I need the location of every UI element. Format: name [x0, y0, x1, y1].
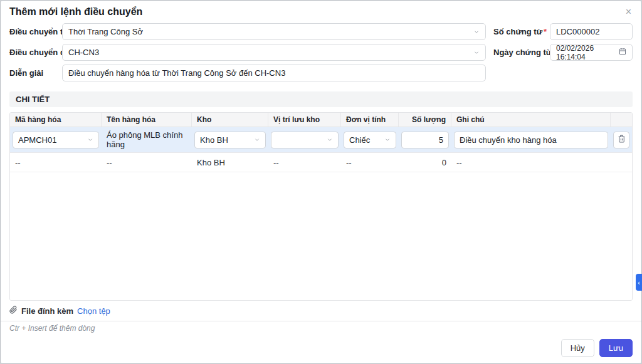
chevron-left-icon: ‹ [638, 279, 640, 286]
form-row-2: Điều chuyển đến* CH-CN3 Ngày chứng từ* 0… [9, 44, 633, 61]
keyboard-hint: Ctr + Insert để thêm dòng [1, 321, 641, 334]
unit-select[interactable]: Chiếc [344, 132, 396, 148]
quantity-field[interactable] [407, 132, 443, 148]
description-field[interactable] [68, 65, 480, 81]
chevron-down-icon [87, 137, 93, 143]
location-select[interactable] [271, 132, 339, 148]
paperclip-icon [9, 305, 18, 316]
cell-unit: Chiếc [341, 132, 399, 148]
required-mark: * [544, 27, 547, 36]
item-name-text: Áo phông MLB chính hãng [104, 130, 189, 149]
cell-actions [611, 132, 632, 148]
cell-location: -- [268, 158, 341, 167]
description-field-wrap [62, 65, 486, 81]
note-field-wrap [454, 132, 608, 148]
note-field[interactable] [460, 132, 603, 148]
trash-icon [618, 134, 626, 145]
table-row-editing: APMCH01 Áo phông MLB chính hãng Kho BH [10, 127, 632, 153]
transfer-to-label: Điều chuyển đến* [9, 48, 62, 57]
form-row-1: Điều chuyển từ* Thời Trang Công Sở Số ch… [9, 23, 633, 40]
description-label: Diễn giải [9, 68, 62, 78]
attachments-row: File đính kèm Chọn tệp [1, 301, 641, 321]
warehouse-value: Kho BH [200, 135, 228, 145]
cell-note: -- [451, 158, 611, 167]
cell-warehouse: Kho BH [192, 132, 268, 148]
col-header-name: Tên hàng hóa [102, 113, 192, 127]
col-header-location: Vị trí lưu kho [268, 113, 341, 127]
chevron-down-icon [473, 49, 480, 56]
doc-number-label: Số chứng từ* [493, 27, 550, 36]
attachments-label: File đính kèm [21, 306, 73, 316]
col-header-unit: Đơn vị tính [341, 113, 399, 127]
transfer-from-value: Thời Trang Công Sở [68, 27, 143, 36]
table-header: Mã hàng hóa Tên hàng hóa Kho Vị trí lưu … [10, 113, 632, 127]
cell-unit: -- [341, 158, 399, 167]
transfer-order-modal: Thêm mới lệnh điều chuyển × Điều chuyển … [0, 0, 642, 364]
doc-number-field-wrap [550, 23, 633, 40]
col-header-note: Ghi chú [451, 113, 611, 127]
doc-date-value: 02/02/2026 16:14:04 [556, 44, 619, 61]
cell-code: APMCH01 [10, 132, 102, 148]
page-title: Thêm mới lệnh điều chuyển [9, 6, 142, 18]
cell-quantity: 0 [399, 158, 451, 167]
doc-number-field[interactable] [556, 24, 626, 39]
cell-note [451, 132, 611, 148]
transfer-from-label: Điều chuyển từ* [9, 27, 62, 36]
col-header-code: Mã hàng hóa [10, 113, 102, 127]
chevron-down-icon [473, 29, 480, 35]
cell-name: -- [102, 158, 192, 167]
col-header-warehouse: Kho [192, 113, 268, 127]
modal-header: Thêm mới lệnh điều chuyển × [1, 1, 641, 22]
cell-quantity [399, 132, 451, 148]
item-code-value: APMCH01 [18, 135, 56, 145]
detail-table: Mã hàng hóa Tên hàng hóa Kho Vị trí lưu … [9, 112, 633, 301]
col-header-quantity: Số lượng [399, 113, 451, 127]
save-button[interactable]: Lưu [599, 339, 633, 357]
chevron-down-icon [384, 137, 391, 143]
doc-date-field[interactable]: 02/02/2026 16:14:04 [550, 44, 633, 61]
form-area: Điều chuyển từ* Thời Trang Công Sở Số ch… [1, 22, 641, 89]
warehouse-select[interactable]: Kho BH [194, 132, 266, 148]
transfer-to-value: CH-CN3 [68, 48, 99, 57]
chevron-down-icon [327, 137, 333, 143]
doc-date-label: Ngày chứng từ* [493, 48, 550, 57]
detail-section-title: CHI TIẾT [9, 91, 633, 107]
calendar-icon[interactable] [619, 48, 626, 57]
table-empty-area [10, 172, 632, 300]
delete-row-button[interactable] [613, 132, 629, 148]
side-panel-toggle[interactable]: ‹ [636, 274, 642, 291]
close-icon[interactable]: × [624, 7, 633, 17]
cell-warehouse: Kho BH [192, 158, 268, 167]
cell-location [268, 132, 341, 148]
transfer-to-select[interactable]: CH-CN3 [62, 44, 486, 61]
col-header-actions [611, 113, 632, 127]
form-row-3: Diễn giải [9, 65, 633, 81]
chevron-down-icon [254, 137, 260, 143]
unit-value: Chiếc [349, 135, 370, 145]
transfer-from-select[interactable]: Thời Trang Công Sở [62, 23, 486, 40]
cancel-button[interactable]: Hủy [561, 339, 594, 357]
cell-code: -- [10, 158, 102, 167]
choose-file-link[interactable]: Chọn tệp [77, 306, 110, 316]
table-row-placeholder[interactable]: -- -- Kho BH -- -- 0 -- [10, 153, 632, 172]
quantity-field-wrap [401, 132, 449, 148]
cell-name: Áo phông MLB chính hãng [102, 130, 192, 149]
item-code-select[interactable]: APMCH01 [13, 132, 99, 148]
modal-footer: Hủy Lưu [1, 334, 641, 363]
